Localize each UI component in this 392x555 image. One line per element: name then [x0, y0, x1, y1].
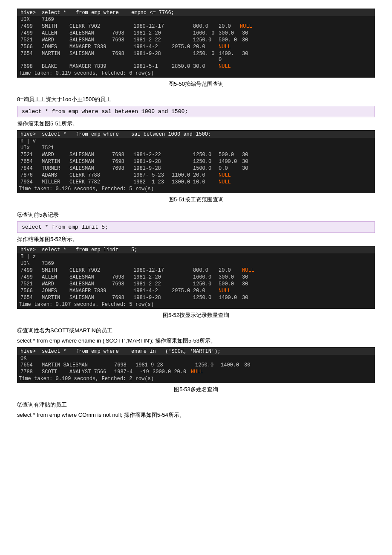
col-empno: 7499: [19, 23, 40, 29]
time-text: Time taken: 0.119 seconds, Fetched: 6 ro…: [19, 70, 154, 76]
col-comm: 1400.0: [217, 159, 240, 165]
col-hiredate: 1981-9-28: [132, 51, 170, 63]
table-data-row-3: 7844 TURNER SALESMAN 7698 1981-9-28 1500…: [17, 165, 375, 172]
col-day: -19: [138, 369, 151, 375]
table-limit5: hive> select * from emp limit 5; Π | z U…: [17, 246, 375, 309]
col-empno: 7654: [19, 295, 40, 301]
col-sal: [170, 295, 191, 301]
col-comm: NULL: [189, 369, 213, 375]
table-data-row-1: 7499 SMITH CLERK 79O2 1980-12-17 800.0 2…: [17, 267, 375, 274]
col-hiredate: 1981-9-28: [132, 159, 170, 165]
col-ename: JONES: [40, 288, 68, 294]
code-block-1: select * from emp where sal between 1000…: [17, 106, 375, 117]
col-sal2: 1250.0: [193, 362, 219, 368]
section-ename-in: ⑥查询姓名为SCOTT或MARTIN的员工 select * from emp …: [17, 327, 375, 393]
col-from: from emp where: [74, 131, 130, 137]
col-sal2: 20.0: [191, 44, 217, 50]
col-deptno: NULL: [240, 267, 264, 273]
col-job: SALESMAN: [68, 37, 110, 43]
code-block-2: select * from emp limit 5;: [17, 221, 375, 233]
col-empno: 7499: [19, 30, 40, 36]
col-sal2: 1500.0: [191, 166, 217, 171]
col-ename: MILLER: [40, 179, 68, 185]
col-sal2: 800.0: [191, 267, 217, 273]
col-ename: ALLEN: [40, 30, 68, 36]
caption-4: 图5·53多姓名查询: [17, 386, 375, 393]
col-ename: MARTIN: [40, 51, 68, 63]
col-deptno: 30: [240, 37, 253, 43]
col-sal2: 1600. 0: [191, 30, 217, 36]
col-from: from emp where: [74, 349, 130, 355]
table-time-row: Time taken: 0.126 seconds, Fetched: 5 ro…: [17, 186, 375, 192]
col-empno: 7654: [19, 362, 40, 368]
col-comm: 500. 0: [217, 37, 240, 43]
col-select: select *: [40, 247, 74, 253]
time-text: Time taken: 0.109 seconds, Fetched: 2 ro…: [19, 376, 154, 382]
table-data-row-1: 7521 WARD SALESMAN 7698 1981-2-22 1250.0…: [17, 151, 375, 158]
col-where: empno <= 7766;: [130, 10, 193, 16]
col-select: select *: [40, 10, 74, 16]
ok-row: OK: [17, 355, 375, 362]
col-empno: 7521: [19, 37, 40, 43]
col-comm: 20.0: [217, 267, 240, 273]
col-hiredate: 1981-2-20: [132, 30, 170, 36]
table-data-row-2: 7499 ALLEN SALESMAN 7698 1981-2-20 1600.…: [17, 274, 375, 281]
col-hiredate: 1981-4-2: [132, 288, 170, 294]
col-empno: 7499: [19, 267, 40, 273]
col-ename: MARTIN: [40, 159, 68, 165]
col-sal: [170, 166, 191, 171]
col-comm: 300.0: [217, 30, 240, 36]
table-time-row: Time taken: 0.107 seconds. Fetched: 5 ro…: [17, 301, 375, 308]
col-deptno: 30: [240, 159, 253, 165]
col-deptno: 30: [240, 295, 253, 301]
col-ename: WARD: [40, 152, 68, 158]
col-deptno: 30: [240, 51, 253, 63]
col-job: SALESMAN: [68, 295, 110, 301]
col-sal2: 10.0: [191, 179, 217, 185]
col-hiredate: 1981-9-28: [134, 362, 172, 368]
col-hiredate: 1981-2-22: [132, 37, 170, 43]
col-job: ANALYST 7566: [68, 369, 112, 375]
col-sal: [170, 267, 191, 273]
section-sal-between: 8=询员工工资大于1oo小王1500的员工 select * from emp …: [17, 96, 375, 203]
col-sal: [170, 23, 191, 29]
col-comm: 500.0: [217, 281, 240, 287]
table-data-row-2: 7499 ALLEN SALESMAN 7698 1981-2-20 1600.…: [17, 30, 375, 37]
col-sal2: 1250.0: [191, 152, 217, 158]
col-sal: 2975.0: [170, 44, 191, 50]
col-job: SALESMAN: [68, 152, 110, 158]
time-text: Time taken: 0.126 seconds, Fetched: 5 ro…: [19, 186, 154, 192]
col-from: from emp limit: [74, 247, 130, 253]
col-job: CLERK 79O2: [68, 23, 110, 29]
col-job: CLERK 7782: [68, 179, 110, 185]
col-ename: TURNER: [40, 166, 68, 171]
intro-6: ⑥查询姓名为SCOTT或MARTIN的员工: [17, 327, 375, 334]
col-hiredate: 1987-4: [112, 369, 138, 375]
col-mgr: 7698: [110, 152, 132, 158]
col-hiredate: 1981-2-22: [132, 281, 170, 287]
col-mgr: [110, 288, 132, 294]
col-hiredate: 1981-9-28: [132, 295, 170, 301]
section-comm-notnull: ⑦查询有津贴的员工 select * from emp where COmm i…: [17, 401, 375, 419]
col-hiredate: 1981-9-28: [132, 166, 170, 171]
col-sal: 1100.0: [170, 172, 191, 178]
op-result-2: 操作结果如图5-52所示。: [17, 235, 375, 243]
col-select: select *: [40, 349, 74, 355]
table-data-row-4: 7876 ADAMS CLERK 7788 1987- 5-23 1100.0 …: [17, 172, 375, 179]
table-header2-row: UIX 7169: [17, 16, 375, 23]
col-comm: NULL: [217, 172, 240, 178]
col-empno: 7566: [19, 44, 40, 50]
section-empno-range: hive> select * from emp where empno <= 7…: [17, 9, 375, 88]
col-hiredate: 1981-2-22: [132, 152, 170, 158]
col-mgr: [110, 172, 132, 178]
col-mgr: 7698: [110, 51, 132, 63]
col-mgr: 7698: [110, 30, 132, 36]
col-sal2: 30.0: [191, 64, 217, 70]
table-header-row: hive> select * from emp where sal betwee…: [17, 131, 375, 138]
col-where: sal between 10O0 and 150O;: [130, 131, 223, 137]
col-pi: Π | z: [19, 254, 40, 260]
table-time-row: Time taken: 0.109 seconds, Fetched: 2 ro…: [17, 375, 375, 382]
col-comm: NULL: [217, 44, 240, 50]
col-mgr: [110, 23, 132, 29]
ui-row: UI\ 7369: [17, 260, 375, 267]
